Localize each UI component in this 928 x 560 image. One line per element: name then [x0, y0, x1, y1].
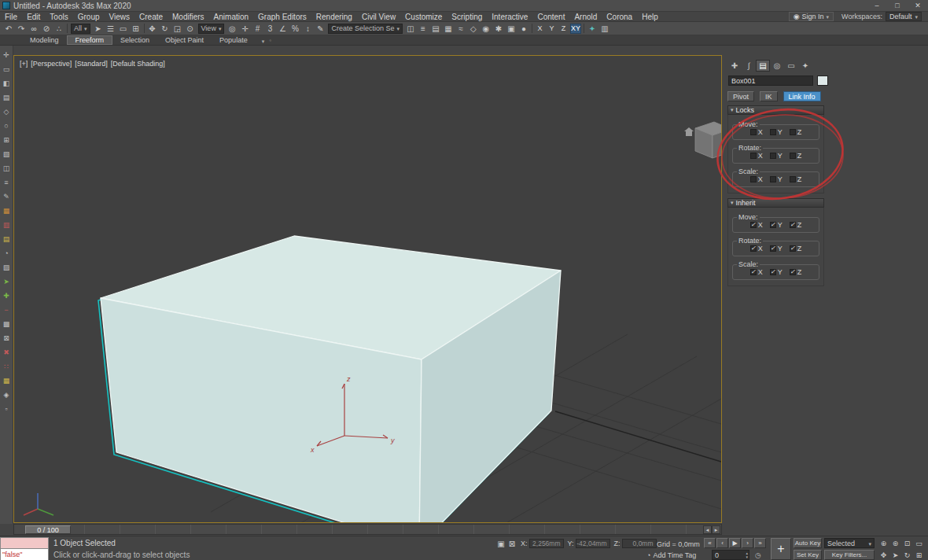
- left-tool-icon-24[interactable]: ▦: [1, 374, 13, 388]
- select-object-icon[interactable]: ➤: [92, 23, 105, 35]
- select-and-move-icon[interactable]: ✥: [146, 23, 159, 35]
- y-coordinate-field[interactable]: -42,04mm: [576, 539, 610, 548]
- left-tool-icon-5[interactable]: ◇: [1, 105, 13, 119]
- key-mode-dropdown[interactable]: Selected: [824, 538, 875, 548]
- rendered-frame-window-icon[interactable]: ▣: [505, 23, 517, 35]
- box001-object[interactable]: [101, 236, 561, 522]
- maxscript-listener-field[interactable]: "false": [0, 549, 49, 560]
- viewport-menu-pov[interactable]: [Perspective]: [31, 60, 72, 68]
- select-and-rotate-icon[interactable]: ↻: [159, 23, 171, 35]
- create-tab[interactable]: ✚: [727, 60, 742, 72]
- z-coordinate-field[interactable]: 0,0mm: [622, 539, 657, 548]
- select-and-link-icon[interactable]: ∞: [28, 23, 40, 35]
- render-setup-icon[interactable]: ✱: [492, 23, 505, 35]
- mirror-icon[interactable]: ◫: [404, 23, 417, 35]
- menu-item[interactable]: Group: [73, 13, 105, 21]
- ribbon-toggle-icon[interactable]: ▦: [442, 23, 455, 35]
- inherit-move-y-checkbox[interactable]: Y: [770, 221, 783, 229]
- next-frame-arrow[interactable]: ▸: [712, 525, 720, 534]
- home-icon[interactable]: [684, 127, 694, 136]
- inherit-move-x-checkbox[interactable]: X: [750, 221, 763, 229]
- viewport-canvas[interactable]: z x y: [14, 56, 721, 522]
- align-icon[interactable]: ≡: [417, 23, 429, 35]
- left-tool-icon-4[interactable]: ▤: [1, 90, 13, 105]
- left-tool-icon-19[interactable]: −: [1, 303, 13, 317]
- lock-rotate-z-checkbox[interactable]: Z: [790, 152, 802, 160]
- left-tool-icon-10[interactable]: ≡: [1, 175, 13, 190]
- select-by-name-icon[interactable]: ☰: [105, 23, 117, 35]
- utilities-tab[interactable]: ✦: [798, 60, 812, 72]
- curve-editor-icon[interactable]: ≈: [455, 23, 467, 35]
- go-to-end-button[interactable]: »: [754, 538, 766, 548]
- menu-item[interactable]: Interactive: [487, 13, 532, 21]
- percent-snap-icon[interactable]: %: [289, 23, 301, 35]
- selection-region-icon[interactable]: ▭: [117, 23, 130, 35]
- inherit-rotate-y-checkbox[interactable]: Y: [770, 245, 783, 252]
- edit-named-selection-icon[interactable]: ✎: [314, 23, 326, 35]
- minimize-button[interactable]: –: [867, 0, 887, 11]
- object-name-field[interactable]: Box001: [728, 76, 813, 86]
- left-tool-icon-23[interactable]: ∷: [1, 359, 13, 374]
- ribbon-minimize-icon[interactable]: [262, 36, 265, 45]
- isolate-toggle-icon[interactable]: ✦: [586, 23, 598, 35]
- inherit-rotate-x-checkbox[interactable]: X: [750, 245, 763, 252]
- menu-item[interactable]: Arnold: [569, 13, 602, 21]
- next-frame-button[interactable]: ›: [742, 538, 753, 548]
- left-tool-icon-3[interactable]: ◧: [1, 76, 13, 90]
- layer-manager-icon[interactable]: ▤: [429, 23, 442, 35]
- lock-move-z-checkbox[interactable]: Z: [790, 128, 802, 136]
- left-tool-icon-21[interactable]: ⊠: [1, 331, 13, 345]
- select-and-scale-icon[interactable]: ◲: [171, 23, 184, 35]
- previous-frame-arrow[interactable]: ◂: [703, 525, 712, 534]
- menu-item[interactable]: Corona: [602, 13, 637, 21]
- named-selection-set-combo[interactable]: Create Selection Se: [328, 24, 403, 34]
- workspace-dropdown[interactable]: Default: [886, 12, 922, 21]
- restrict-plane-button[interactable]: XY: [570, 24, 581, 34]
- menu-item[interactable]: Civil View: [357, 13, 400, 21]
- select-and-place-icon[interactable]: ⊙: [184, 23, 197, 35]
- menu-item[interactable]: Scripting: [447, 13, 487, 21]
- lock-scale-x-checkbox[interactable]: X: [750, 175, 763, 183]
- left-tool-icon-9[interactable]: ◫: [1, 161, 13, 175]
- left-tool-icon-14[interactable]: ▤: [1, 232, 13, 246]
- selection-filter-dropdown[interactable]: All: [71, 24, 90, 34]
- key-filters-button[interactable]: Key Filters...: [824, 550, 875, 560]
- left-tool-icon-16[interactable]: ▨: [1, 260, 13, 274]
- set-keys-button[interactable]: +: [771, 538, 791, 560]
- left-tool-icon-11[interactable]: ✎: [1, 190, 13, 204]
- lock-rotate-x-checkbox[interactable]: X: [750, 152, 763, 160]
- left-tool-icon-22[interactable]: ✖: [1, 345, 13, 359]
- left-tool-icon-12[interactable]: ▦: [1, 204, 13, 218]
- snap-toggle-icon[interactable]: 3: [263, 23, 276, 35]
- ik-button[interactable]: IK: [760, 91, 778, 101]
- left-tool-icon-26[interactable]: ▫: [1, 402, 13, 416]
- zoom-icon[interactable]: ⊕: [878, 538, 889, 548]
- restrict-y-button[interactable]: Y: [547, 24, 557, 34]
- frame-spinner[interactable]: ▴▾: [746, 551, 749, 559]
- lock-scale-z-checkbox[interactable]: Z: [790, 175, 802, 183]
- zoom-region-icon[interactable]: ▭: [913, 538, 925, 548]
- inherit-rollout-header[interactable]: Inherit: [727, 198, 824, 208]
- maximize-viewport-toggle-icon[interactable]: ⊞: [913, 550, 925, 560]
- time-slider-handle[interactable]: 0 / 100: [25, 525, 71, 534]
- menu-item[interactable]: Graph Editors: [253, 13, 311, 21]
- use-center-icon[interactable]: ◎: [226, 23, 238, 35]
- left-tool-icon-13[interactable]: ▥: [1, 218, 13, 232]
- ribbon-tab-selection[interactable]: Selection: [112, 35, 157, 45]
- motion-tab[interactable]: ◎: [770, 60, 784, 72]
- hierarchy-tab[interactable]: ▤: [756, 60, 770, 72]
- window-crossing-icon[interactable]: ⊞: [130, 23, 142, 35]
- unlink-selection-icon[interactable]: ⊘: [40, 23, 53, 35]
- menu-item[interactable]: Animation: [209, 13, 253, 21]
- selection-lock-icon[interactable]: ⊠: [506, 538, 517, 550]
- ribbon-tab-populate[interactable]: Populate: [212, 35, 256, 45]
- menu-item[interactable]: Modifiers: [168, 13, 209, 21]
- time-slider-track[interactable]: 0 / 100 ◂ ▸: [13, 524, 722, 535]
- inherit-scale-x-checkbox[interactable]: X: [750, 268, 763, 276]
- lock-rotate-y-checkbox[interactable]: Y: [770, 152, 783, 160]
- left-tool-icon-6[interactable]: ○: [1, 119, 13, 133]
- redo-icon[interactable]: ↷: [15, 23, 28, 35]
- inherit-scale-y-checkbox[interactable]: Y: [770, 268, 783, 276]
- lock-scale-y-checkbox[interactable]: Y: [770, 175, 783, 183]
- lock-move-x-checkbox[interactable]: X: [750, 128, 763, 136]
